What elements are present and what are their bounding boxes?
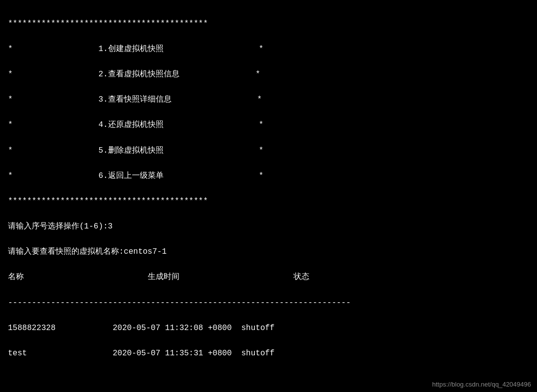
menu-item-5: * 5.删除虚拟机快照 * <box>8 145 529 158</box>
menu-item-6: * 6.返回上一级菜单 * <box>8 170 529 183</box>
menu-item-2: * 2.查看虚拟机快照信息 * <box>8 68 529 81</box>
menu-item-4: * 4.还原虚拟机快照 * <box>8 119 529 132</box>
table-row-2: test 2020-05-07 11:35:31 +0800 shutoff <box>8 347 529 360</box>
input-prompt-2: 请输入要查看快照的虚拟机名称:centos7-1 <box>8 246 529 259</box>
menu-border-top: ****************************************… <box>8 18 529 31</box>
watermark: https://blog.csdn.net/qq_42049496 <box>432 381 532 388</box>
table-divider: ----------------------------------------… <box>8 297 529 310</box>
table-header: 名称 生成时间 状态 <box>8 271 529 284</box>
table-row-1: 1588822328 2020-05-07 11:32:08 +0800 shu… <box>8 322 529 335</box>
terminal-output: ****************************************… <box>0 0 537 392</box>
input-prompt-1: 请输入序号选择操作(1-6):3 <box>8 221 529 233</box>
menu-border-bottom: ****************************************… <box>8 195 529 208</box>
menu-item-3: * 3.查看快照详细信息 * <box>8 94 529 107</box>
menu-item-1: * 1.创建虚拟机快照 * <box>8 43 529 56</box>
